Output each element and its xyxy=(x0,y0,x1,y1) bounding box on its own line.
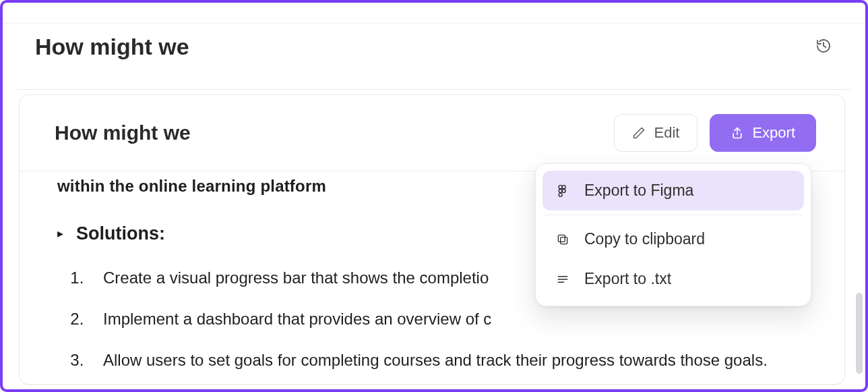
share-up-icon xyxy=(731,126,744,140)
copy-icon xyxy=(555,233,571,246)
card-header: How might we Edit xyxy=(20,95,844,171)
history-button[interactable] xyxy=(814,38,833,57)
svg-point-4 xyxy=(559,193,562,196)
dropdown-item-label: Export to Figma xyxy=(584,181,693,200)
svg-rect-6 xyxy=(558,235,565,242)
export-dropdown: Export to Figma Copy to clipboard Export… xyxy=(535,163,811,306)
svg-rect-5 xyxy=(561,237,567,244)
figma-icon xyxy=(555,184,571,198)
svg-point-0 xyxy=(559,185,562,188)
top-hairline xyxy=(3,23,865,24)
dropdown-item-label: Export to .txt xyxy=(584,270,671,288)
edit-button[interactable]: Edit xyxy=(614,114,698,152)
dropdown-item-figma[interactable]: Export to Figma xyxy=(542,171,804,211)
list-item: Allow users to set goals for completing … xyxy=(88,347,807,372)
disclosure-triangle-icon: ▸ xyxy=(57,225,67,242)
svg-point-1 xyxy=(562,185,565,188)
scrollbar[interactable] xyxy=(856,293,863,374)
card-title: How might we xyxy=(55,121,191,144)
list-item: Implement a dashboard that provides an o… xyxy=(88,306,807,331)
svg-point-2 xyxy=(559,189,562,192)
text-lines-icon xyxy=(555,273,571,286)
page-header: How might we xyxy=(35,34,833,60)
export-button[interactable]: Export xyxy=(710,114,816,152)
dropdown-item-clipboard[interactable]: Copy to clipboard xyxy=(542,219,804,259)
header-divider xyxy=(18,89,850,90)
dropdown-separator xyxy=(545,215,801,215)
export-button-label: Export xyxy=(752,125,795,140)
edit-button-label: Edit xyxy=(654,125,679,140)
card-actions: Edit Export xyxy=(614,114,816,152)
dropdown-item-txt[interactable]: Export to .txt xyxy=(542,259,804,299)
page-title: How might we xyxy=(35,34,189,60)
svg-point-3 xyxy=(562,189,565,192)
solutions-heading: Solutions: xyxy=(76,221,165,246)
history-icon xyxy=(815,38,832,57)
pencil-icon xyxy=(632,126,646,140)
dropdown-item-label: Copy to clipboard xyxy=(584,230,705,248)
app-frame: How might we How might we xyxy=(0,0,868,392)
